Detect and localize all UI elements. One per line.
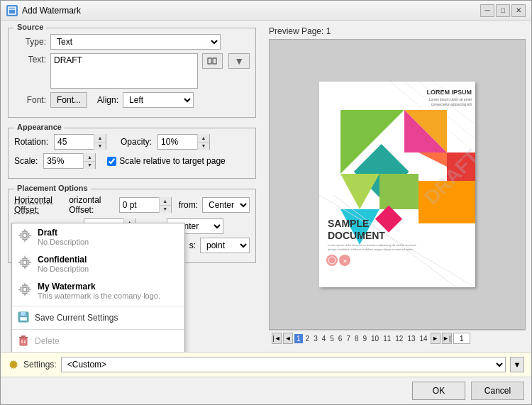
- svg-rect-14: [19, 337, 28, 338]
- page-8[interactable]: 8: [353, 335, 360, 343]
- svg-rect-10: [21, 318, 26, 320]
- window-icon: [6, 5, 18, 16]
- settings-icon-area: [8, 359, 19, 370]
- page-10[interactable]: 10: [370, 335, 380, 343]
- appearance-section: Appearance Rotation: ▲ ▼ Opacity:: [8, 128, 256, 179]
- scale-relative-checkbox[interactable]: [107, 157, 116, 166]
- delete-label: Delete: [35, 336, 60, 346]
- svg-text:DOCUMENT: DOCUMENT: [328, 230, 385, 241]
- text-group: Text: DRAFT ▼: [14, 53, 250, 89]
- page-13[interactable]: 13: [406, 335, 416, 343]
- font-group: Font: Font... Align: Left: [14, 92, 250, 108]
- maximize-button[interactable]: □: [496, 4, 510, 17]
- align-select[interactable]: Left: [123, 92, 194, 108]
- type-select[interactable]: Text: [50, 34, 221, 50]
- text-label: Text:: [14, 53, 46, 65]
- page-3[interactable]: 3: [312, 335, 319, 343]
- last-page-button[interactable]: ►|: [442, 333, 452, 344]
- settings-dropdown: Draft No Description Confidential No: [11, 223, 185, 352]
- font-button[interactable]: Font...: [50, 92, 87, 108]
- opacity-input[interactable]: [158, 135, 197, 149]
- first-page-button[interactable]: |◄: [272, 333, 282, 344]
- svg-text:Lorem ipsum dolor sit amet: Lorem ipsum dolor sit amet: [429, 97, 472, 101]
- rotation-down[interactable]: ▼: [94, 143, 106, 150]
- rotation-label: Rotation:: [14, 137, 48, 147]
- scale-spinner[interactable]: ▲ ▼: [43, 153, 96, 169]
- svg-text:Lorem ipsum dolor sit amet con: Lorem ipsum dolor sit amet consectetur a…: [328, 243, 416, 247]
- preview-label: Preview Page: 1: [269, 26, 526, 36]
- my-watermark-desc: This watermark is the comany logo.: [38, 292, 179, 300]
- h-from-select[interactable]: Center: [202, 197, 250, 213]
- svg-rect-11: [20, 338, 27, 345]
- page-5[interactable]: 5: [328, 335, 336, 343]
- my-watermark-icon: [18, 282, 32, 296]
- scale-down[interactable]: ▼: [84, 162, 95, 170]
- rotation-up[interactable]: ▲: [94, 134, 106, 143]
- page-input[interactable]: [453, 333, 470, 344]
- svg-point-4: [23, 233, 27, 238]
- scale-up[interactable]: ▲: [84, 153, 95, 162]
- opacity-arrows: ▲ ▼: [197, 134, 209, 150]
- h-offset-up[interactable]: ▲: [160, 197, 171, 206]
- page-6[interactable]: 6: [337, 335, 344, 343]
- scale-relative-label[interactable]: Scale relative to target page: [107, 156, 225, 166]
- h-offset-spinner[interactable]: ▲ ▼: [119, 197, 172, 213]
- rotation-input[interactable]: [55, 135, 94, 149]
- settings-bar: Settings: <Custom> ▼: [1, 352, 531, 377]
- page-11[interactable]: 11: [382, 335, 392, 343]
- source-section-title: Source: [14, 23, 46, 31]
- dropdown-item-my-watermark[interactable]: My Watermark This watermark is the coman…: [12, 277, 184, 304]
- page-4[interactable]: 4: [321, 335, 328, 343]
- svg-rect-2: [208, 58, 211, 64]
- type-group: Type: Text: [14, 34, 250, 50]
- scale-input[interactable]: [44, 154, 83, 168]
- svg-text:✕: ✕: [343, 258, 348, 265]
- source-section: Source Type: Text Text: DRAFT: [8, 28, 256, 118]
- confidential-content: Confidential No Description: [38, 255, 179, 273]
- close-button[interactable]: ✕: [511, 4, 526, 17]
- svg-text:consectetur adipiscing elit: consectetur adipiscing elit: [431, 102, 472, 106]
- text-dropdown-button[interactable]: ▼: [228, 53, 250, 69]
- dropdown-save-action[interactable]: Save Current Settings: [12, 308, 184, 328]
- svg-text:LOREM IPSUM: LOREM IPSUM: [426, 89, 472, 96]
- minimize-button[interactable]: ─: [480, 4, 494, 17]
- page-7[interactable]: 7: [345, 335, 352, 343]
- next-page-button[interactable]: ►: [431, 333, 440, 344]
- ok-button[interactable]: OK: [412, 382, 465, 400]
- opacity-spinner[interactable]: ▲ ▼: [157, 134, 210, 150]
- h-offset-input[interactable]: [120, 198, 159, 212]
- opacity-down[interactable]: ▼: [198, 143, 209, 150]
- placement-title: Placement Options: [14, 184, 91, 192]
- dropdown-item-confidential[interactable]: Confidential No Description: [12, 250, 184, 277]
- rotation-spinner[interactable]: ▲ ▼: [54, 134, 106, 150]
- settings-dropdown-button[interactable]: ▼: [510, 357, 524, 372]
- page-14[interactable]: 14: [419, 335, 429, 343]
- opacity-up[interactable]: ▲: [198, 134, 209, 143]
- h-from-label: from:: [179, 200, 198, 210]
- s-select[interactable]: point: [200, 238, 250, 253]
- text-expand-button[interactable]: [202, 53, 223, 69]
- settings-select[interactable]: <Custom>: [61, 357, 506, 372]
- svg-rect-0: [9, 7, 16, 14]
- confidential-desc: No Description: [38, 265, 179, 273]
- text-input[interactable]: DRAFT: [50, 53, 198, 89]
- dropdown-item-draft[interactable]: Draft No Description: [12, 223, 184, 250]
- h-offset-down[interactable]: ▼: [160, 206, 171, 213]
- prev-page-button[interactable]: ◄: [283, 333, 293, 344]
- scale-label: Scale:: [14, 156, 38, 166]
- add-watermark-window: Add Watermark ─ □ ✕ Source Type: Text Te: [0, 0, 532, 405]
- svg-marker-33: [379, 174, 419, 209]
- preview-design: LOREM IPSUM Lorem ipsum dolor sit amet c…: [319, 82, 475, 287]
- align-label: Align:: [97, 95, 118, 105]
- right-panel: Preview Page: 1 LOREM IPSUM: [263, 21, 531, 352]
- page-1[interactable]: 1: [294, 334, 303, 343]
- draft-icon: [18, 228, 32, 243]
- page-9[interactable]: 9: [362, 335, 369, 343]
- font-label: Font:: [14, 95, 46, 105]
- svg-rect-3: [213, 58, 216, 64]
- h-offset-group: Horizontal Offset:orizontal Offset: ▲ ▼ …: [14, 195, 250, 215]
- draft-desc: No Description: [38, 238, 179, 246]
- page-2[interactable]: 2: [304, 335, 311, 343]
- cancel-button[interactable]: Cancel: [471, 382, 524, 400]
- page-12[interactable]: 12: [394, 335, 404, 343]
